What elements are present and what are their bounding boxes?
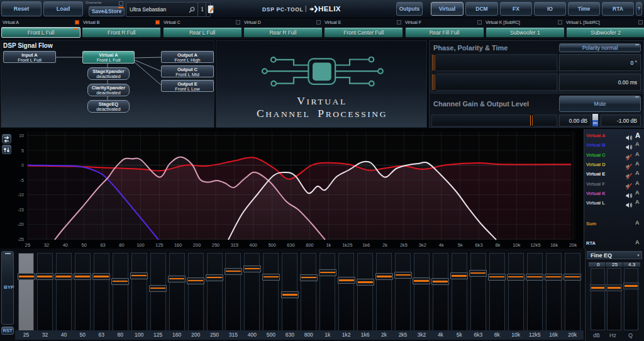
svg-text:-10: -10 [18,193,24,197]
svg-text:32: 32 [44,242,49,248]
svg-text:4k: 4k [439,242,444,248]
svg-text:10k: 10k [513,242,520,248]
svg-text:125: 125 [155,242,164,248]
svg-text:-15: -15 [18,208,24,212]
svg-text:-25: -25 [18,237,24,242]
svg-text:2k: 2k [382,242,387,248]
svg-text:8k: 8k [496,242,501,248]
svg-text:3k2: 3k2 [419,242,426,248]
svg-text:160: 160 [174,242,182,248]
svg-text:63: 63 [100,242,105,248]
svg-text:800: 800 [306,242,314,248]
svg-text:2k5: 2k5 [400,242,408,248]
svg-text:1k6: 1k6 [362,242,370,248]
svg-text:25: 25 [25,242,30,248]
svg-text:-5: -5 [20,178,24,182]
svg-text:20k: 20k [569,242,577,248]
svg-text:250: 250 [212,242,220,248]
svg-text:40: 40 [63,242,68,248]
svg-text:400: 400 [250,242,258,248]
svg-text:630: 630 [287,242,295,248]
svg-text:0: 0 [21,163,24,167]
svg-text:5: 5 [21,148,24,153]
svg-text:5k: 5k [458,242,463,248]
svg-text:1k25: 1k25 [342,242,352,248]
svg-text:16k: 16k [550,242,558,248]
svg-text:50: 50 [82,242,87,248]
svg-text:315: 315 [231,242,239,248]
svg-text:80: 80 [119,242,124,248]
svg-text:10: 10 [19,133,24,138]
svg-text:6k3: 6k3 [475,242,483,248]
svg-text:12k5: 12k5 [530,242,540,248]
svg-text:200: 200 [193,242,201,248]
svg-text:500: 500 [268,242,276,248]
svg-text:1k: 1k [326,242,331,248]
svg-text:100: 100 [136,242,145,248]
svg-text:-20: -20 [18,222,24,226]
